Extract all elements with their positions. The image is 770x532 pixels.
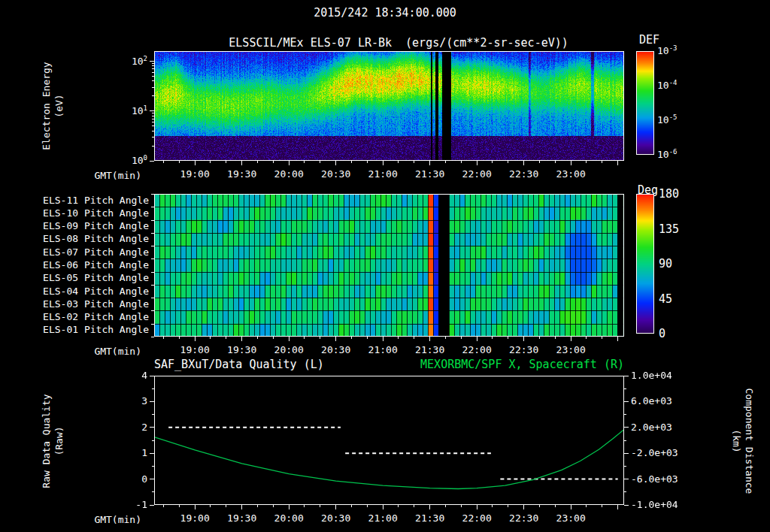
x-tick-major	[617, 505, 618, 509]
quality-distance-canvas	[154, 376, 624, 505]
x-tick-label: 20:30	[314, 344, 359, 355]
x-tick-minor	[508, 161, 508, 163]
x-tick-major	[523, 337, 524, 341]
x-tick-minor	[163, 337, 164, 339]
x-tick-major	[523, 161, 524, 165]
y-tick-minor	[152, 95, 154, 96]
x-tick-major	[241, 505, 242, 509]
y-tick-minor	[152, 125, 154, 126]
deg-colorbar-tick-label: 0	[659, 327, 665, 340]
right-y-tick	[624, 505, 629, 506]
right-y-tick-minor	[624, 414, 626, 415]
pitch-row-label: ELS-06 Pitch Angle	[6, 259, 149, 271]
x-tick-major	[289, 337, 290, 341]
pitch-row-tick	[151, 207, 154, 207]
y-tick-major	[150, 61, 154, 62]
x-tick-minor	[602, 337, 602, 339]
left-y-tick	[150, 427, 154, 428]
x-tick-minor	[320, 337, 320, 339]
pitch-row-tick	[151, 298, 154, 298]
right-y-tick	[624, 427, 629, 428]
y-tick-minor	[152, 146, 154, 147]
deg-colorbar-tick-label: 135	[659, 222, 679, 236]
y-tick-minor	[152, 68, 154, 69]
x-tick-label: 19:30	[220, 344, 265, 355]
x-tick-label: 21:00	[360, 168, 405, 180]
def-colorbar-tick-label: 10-3	[657, 45, 678, 56]
x-tick-minor	[367, 337, 368, 339]
x-tick-label: 21:30	[408, 512, 453, 524]
x-tick-major	[383, 161, 383, 165]
xaxis-label-spectrogram: GMT(min)	[66, 170, 141, 181]
x-tick-minor	[586, 161, 587, 163]
bottom-title-left: SAF_BXuT/Data Quality (L)	[154, 358, 324, 371]
x-tick-major	[571, 505, 571, 509]
bottom-left-ylabel: Raw Data Quality (Raw)	[40, 358, 65, 524]
x-tick-minor	[539, 505, 540, 507]
pitch-row-tick	[151, 194, 154, 195]
x-tick-minor	[492, 337, 493, 339]
x-tick-major	[195, 505, 196, 509]
x-tick-minor	[226, 161, 226, 163]
x-tick-minor	[414, 505, 414, 507]
x-tick-minor	[461, 337, 462, 339]
x-tick-label: 22:30	[502, 344, 547, 355]
x-tick-minor	[320, 161, 320, 163]
x-tick-minor	[398, 337, 399, 339]
x-tick-major	[429, 337, 430, 341]
left-y-tick-minor	[152, 414, 154, 415]
pitch-row-label: ELS-11 Pitch Angle	[6, 195, 149, 206]
x-tick-major	[289, 505, 290, 509]
deg-colorbar	[636, 194, 654, 334]
bottom-left-ylabel-line1: Raw Data Quality	[40, 358, 53, 524]
x-tick-label: 19:00	[172, 512, 217, 524]
deg-colorbar-tick-label: 90	[659, 257, 672, 271]
y-tick-minor	[152, 72, 154, 73]
pitch-row-label: ELS-01 Pitch Angle	[6, 324, 149, 335]
x-tick-minor	[273, 337, 274, 339]
x-tick-minor	[555, 337, 556, 339]
pitch-row-tick	[151, 310, 154, 311]
x-tick-label: 21:30	[408, 168, 453, 180]
left-y-tick	[150, 401, 154, 402]
def-colorbar	[636, 51, 654, 155]
pitch-row-tick	[151, 272, 154, 273]
x-tick-major	[477, 161, 477, 165]
bottom-left-ylabel-line2: (Raw)	[53, 358, 65, 524]
x-tick-minor	[398, 505, 399, 507]
x-tick-major	[617, 161, 618, 165]
x-tick-minor	[257, 505, 258, 507]
y-tick-major	[150, 161, 154, 162]
pitch-row-tick	[151, 337, 154, 337]
x-tick-minor	[445, 337, 446, 339]
x-tick-major	[523, 505, 524, 509]
x-tick-minor	[586, 337, 587, 339]
spectrogram-ylabel: Electron Energy (eV)	[40, 23, 65, 189]
x-tick-label: 19:00	[172, 344, 217, 355]
y-tick-label: 100	[114, 155, 147, 166]
pitch-row-label: ELS-10 Pitch Angle	[6, 207, 149, 219]
right-y-tick-minor	[624, 388, 626, 389]
left-y-tick-label: 0	[117, 473, 147, 485]
pitch-angle-canvas	[154, 194, 624, 337]
x-tick-label: 23:00	[548, 344, 593, 355]
right-y-tick	[624, 479, 629, 479]
plot-title-units: (ergs/(cm**2-sr-sec-eV))	[405, 36, 568, 50]
pitch-row-label: ELS-08 Pitch Angle	[6, 233, 149, 244]
x-tick-label: 23:00	[548, 168, 593, 180]
x-tick-label: 20:30	[314, 168, 359, 180]
x-tick-label: 22:00	[454, 344, 499, 355]
x-tick-major	[195, 337, 196, 341]
x-tick-minor	[320, 505, 320, 507]
left-y-tick-minor	[152, 491, 154, 492]
x-tick-major	[195, 161, 196, 165]
x-tick-minor	[304, 161, 305, 163]
deg-colorbar-tick-label: 180	[659, 187, 679, 201]
x-tick-minor	[179, 161, 180, 163]
x-tick-minor	[492, 161, 493, 163]
x-tick-major	[383, 337, 383, 341]
y-tick-major	[150, 110, 154, 111]
left-y-tick-label: 4	[117, 370, 147, 381]
pitch-row-tick	[151, 233, 154, 234]
deg-colorbar-tick-label: 45	[659, 292, 672, 306]
